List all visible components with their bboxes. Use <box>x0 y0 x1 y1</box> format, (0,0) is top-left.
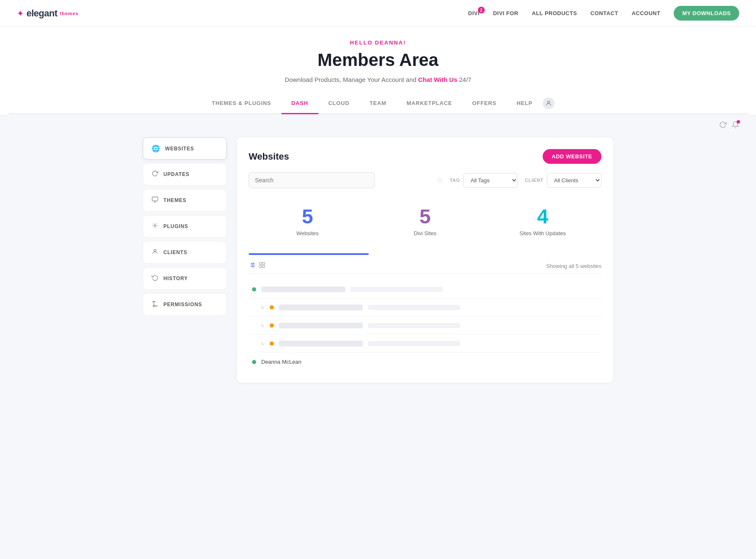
status-dot <box>270 305 274 310</box>
svg-point-4 <box>154 225 156 226</box>
sidebar-label-themes: THEMES <box>163 197 186 203</box>
showing-count: Showing all 5 websites <box>546 263 601 269</box>
view-toggle-row: Showing all 5 websites <box>249 262 601 274</box>
svg-rect-14 <box>262 262 265 265</box>
sidebar-item-plugins[interactable]: PLUGINS <box>143 215 227 238</box>
logo-text: elegant <box>26 8 58 19</box>
tag-label: TAG <box>450 178 460 183</box>
list-view-icon[interactable] <box>249 262 255 270</box>
tab-marketplace[interactable]: MARKETPLACE <box>396 93 462 114</box>
nav-divi[interactable]: DIVI 2 <box>468 10 480 16</box>
page-title: Members Area <box>8 50 748 70</box>
client-select[interactable]: All Clients <box>547 173 601 188</box>
indent-icon: ↳ <box>260 304 265 310</box>
stat-indicator-bar <box>249 253 369 255</box>
hero-section: HELLO DEANNA! Members Area Download Prod… <box>0 27 756 114</box>
content-header: Websites ADD WEBSITE <box>249 149 601 164</box>
tag-filter-group: TAG All Tags <box>450 173 518 188</box>
subtitle-prefix: Download Products, Manage Your Account a… <box>285 76 417 83</box>
hello-text: HELLO DEANNA! <box>8 39 748 46</box>
site-url-blur <box>350 287 443 292</box>
chat-link[interactable]: Chat With Us <box>418 76 457 83</box>
status-dot <box>270 341 274 346</box>
tab-dash[interactable]: DASH <box>281 93 318 114</box>
site-url-blur <box>368 305 460 310</box>
stat-divi-number: 5 <box>375 207 475 227</box>
sidebar-label-updates: UPDATES <box>163 171 189 177</box>
clients-icon <box>152 248 158 257</box>
svg-rect-16 <box>262 265 265 268</box>
tabs: THEMES & PLUGINS DASH CLOUD TEAM MARKETP… <box>189 93 567 113</box>
status-dot <box>270 323 274 328</box>
websites-icon: 🌐 <box>152 144 160 152</box>
refresh-icon[interactable] <box>719 121 727 131</box>
my-downloads-button[interactable]: MY DOWNLOADS <box>674 6 739 21</box>
table-row[interactable]: ↳ <box>249 317 601 335</box>
tag-select[interactable]: All Tags <box>463 173 518 188</box>
table-row[interactable] <box>249 281 601 299</box>
sidebar-label-permissions: PERMISSIONS <box>163 302 202 307</box>
account-icon[interactable] <box>543 97 554 109</box>
stat-updates: 4 Sites With Updates <box>484 198 601 245</box>
nav-all-products[interactable]: ALL PRODUCTS <box>532 10 577 16</box>
indent-icon: ↳ <box>260 323 265 328</box>
sidebar: 🌐 WEBSITES UPDATES THEMES PLUGINS CLI <box>143 137 227 383</box>
logo-tagline: themes <box>60 11 79 16</box>
subtitle: Download Products, Manage Your Account a… <box>8 76 748 83</box>
sidebar-label-websites: WEBSITES <box>165 146 194 152</box>
search-input[interactable] <box>249 172 375 188</box>
tab-offers[interactable]: OFFERS <box>462 93 507 114</box>
svg-rect-1 <box>152 197 158 201</box>
stat-updates-label: Sites With Updates <box>492 230 593 236</box>
table-row[interactable]: ↳ <box>249 299 601 317</box>
table-row[interactable]: ↳ <box>249 335 601 353</box>
client-filter-group: CLIENT All Clients <box>525 173 601 188</box>
nav-divi-for[interactable]: DIVI FOR <box>493 10 518 16</box>
header: ✦ elegant themes DIVI 2 DIVI FOR ALL PRO… <box>0 0 756 27</box>
stat-divi-sites: 5 Divi Sites <box>366 198 484 245</box>
grid-view-icon[interactable] <box>259 262 265 270</box>
favorites-button[interactable]: ☆ <box>436 176 443 185</box>
site-url-blur <box>368 323 460 328</box>
site-name-blur <box>261 286 345 292</box>
tab-cloud[interactable]: CLOUD <box>318 93 360 114</box>
sidebar-item-themes[interactable]: THEMES <box>143 189 227 212</box>
site-name-blur <box>279 304 363 310</box>
svg-rect-13 <box>260 262 262 265</box>
tabs-container: THEMES & PLUGINS DASH CLOUD TEAM MARKETP… <box>8 93 748 114</box>
notification-icon[interactable] <box>732 121 739 131</box>
nav-account[interactable]: ACCOUNT <box>632 10 661 16</box>
stat-websites-number: 5 <box>257 207 358 227</box>
content-title: Websites <box>249 151 289 162</box>
table-row[interactable]: Deanna McLean <box>249 353 601 371</box>
sidebar-label-plugins: PLUGINS <box>163 223 188 229</box>
client-label: CLIENT <box>525 178 543 183</box>
sidebar-item-clients[interactable]: CLIENTS <box>143 241 227 264</box>
tab-help[interactable]: HELP <box>507 93 543 114</box>
permissions-icon <box>152 300 158 309</box>
stat-websites-label: Websites <box>257 230 358 236</box>
site-name-blur <box>279 323 363 328</box>
stat-websites: 5 Websites <box>249 198 366 245</box>
tab-team[interactable]: TEAM <box>360 93 396 114</box>
logo-star: ✦ <box>17 8 24 18</box>
add-website-button[interactable]: ADD WEBSITE <box>543 149 602 164</box>
tab-themes-plugins[interactable]: THEMES & PLUGINS <box>202 93 281 114</box>
sidebar-item-history[interactable]: HISTORY <box>143 267 227 290</box>
status-dot <box>252 360 256 364</box>
stats-row: 5 Websites 5 Divi Sites 4 Sites With Upd… <box>249 198 601 245</box>
nav-contact[interactable]: CONTACT <box>591 10 618 16</box>
history-icon <box>152 274 158 283</box>
sidebar-label-history: HISTORY <box>163 276 188 281</box>
subtitle-suffix: 24/7 <box>459 76 471 83</box>
main-nav: DIVI 2 DIVI FOR ALL PRODUCTS CONTACT ACC… <box>468 6 739 21</box>
sidebar-item-updates[interactable]: UPDATES <box>143 163 227 186</box>
toolbar <box>0 114 756 137</box>
logo[interactable]: ✦ elegant themes <box>17 8 79 19</box>
svg-point-5 <box>154 249 156 252</box>
sidebar-item-permissions[interactable]: PERMISSIONS <box>143 293 227 316</box>
divi-badge: 2 <box>478 7 485 13</box>
main-content: 🌐 WEBSITES UPDATES THEMES PLUGINS CLI <box>126 137 630 399</box>
notification-dot <box>737 120 740 123</box>
sidebar-item-websites[interactable]: 🌐 WEBSITES <box>143 137 227 160</box>
